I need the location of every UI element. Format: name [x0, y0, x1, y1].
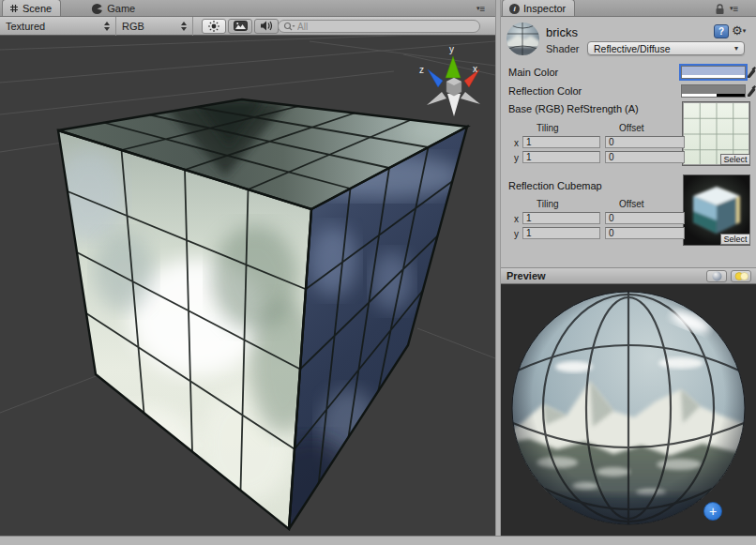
cubemap-offset-x-input[interactable]: [605, 212, 685, 224]
updown-arrows-icon: [104, 22, 110, 31]
tab-inspector[interactable]: i Inspector: [502, 0, 575, 16]
axis-neg-cone[interactable]: [461, 92, 480, 104]
scene-panel: Scene Game ▾≡ Textured RGB: [0, 0, 495, 536]
material-thumbnail[interactable]: [506, 22, 540, 56]
row-x-label: x: [514, 214, 519, 224]
shader-dropdown[interactable]: Reflective/Diffuse ▾: [587, 41, 745, 55]
window-bottom-strip: [0, 536, 756, 545]
offset-header: Offset: [619, 199, 644, 209]
axis-neg-cone[interactable]: [427, 92, 446, 105]
base-offset-x-input[interactable]: [605, 136, 685, 148]
reflective-cube[interactable]: [53, 98, 480, 535]
preview-light-button[interactable]: [731, 270, 751, 282]
draw-mode-dropdown[interactable]: Textured: [0, 17, 116, 36]
draw-mode-value: Textured: [6, 21, 98, 32]
inspector-panel: i Inspector ▾≡: [501, 0, 756, 536]
inspector-panel-menu-icon[interactable]: ▾≡: [730, 4, 738, 14]
tab-game-label: Game: [107, 3, 135, 14]
scene-canvas: y z x: [0, 36, 495, 536]
menu-lines-icon: ≡: [733, 4, 739, 14]
eyedropper-icon[interactable]: [747, 84, 756, 98]
preview-sphere-render: [501, 284, 756, 536]
plus-button[interactable]: +: [703, 502, 722, 521]
scene-toolbar: Textured RGB: [0, 17, 495, 36]
scene-search-field[interactable]: [278, 20, 480, 33]
preview-title: Preview: [507, 270, 546, 281]
main-color-label: Main Color: [508, 67, 558, 78]
inspector-tabbar: i Inspector ▾≡: [501, 0, 756, 17]
row-y-label: y: [514, 153, 519, 163]
cubemap-tiling-x-input[interactable]: [522, 212, 600, 224]
tab-inspector-label: Inspector: [523, 3, 566, 14]
grid-icon: [9, 4, 19, 13]
sun-icon: [207, 20, 220, 33]
gizmo-y-label: y: [449, 44, 454, 54]
base-select-button[interactable]: Select: [720, 154, 750, 165]
axis-neg-cone[interactable]: [447, 94, 461, 116]
gizmo-x-label: x: [473, 64, 477, 74]
offset-header: Offset: [619, 123, 644, 133]
unity-editor-window: Scene Game ▾≡ Textured RGB: [0, 0, 756, 545]
eyedropper-icon[interactable]: [747, 66, 756, 79]
sphere-icon: [712, 271, 722, 281]
material-name: bricks: [546, 25, 578, 39]
tab-game[interactable]: Game: [83, 0, 144, 16]
menu-lines-icon: ≡: [480, 4, 486, 14]
shader-label: Shader: [546, 43, 579, 54]
base-offset-y-input[interactable]: [605, 151, 685, 163]
base-tiling-x-input[interactable]: [522, 136, 600, 148]
updown-arrows-icon: [181, 22, 187, 31]
shader-value: Reflective/Diffuse: [594, 43, 671, 54]
lock-icon[interactable]: [715, 4, 725, 15]
preview-shape-button[interactable]: [706, 270, 727, 282]
audio-toggle-button[interactable]: [254, 19, 279, 34]
game-icon: [91, 3, 103, 15]
scene-orientation-gizmo[interactable]: y z x: [419, 44, 480, 116]
cubemap-offset-y-input[interactable]: [605, 227, 685, 239]
color-mode-value: RGB: [122, 21, 175, 32]
base-tiling-y-input[interactable]: [522, 151, 600, 163]
skybox-toggle-button[interactable]: [228, 19, 252, 34]
scene-viewport[interactable]: y z x: [0, 36, 495, 536]
tab-scene[interactable]: Scene: [2, 0, 61, 16]
row-x-label: x: [514, 138, 519, 148]
tab-scene-label: Scene: [23, 3, 52, 14]
info-icon: i: [509, 4, 520, 14]
search-icon: [283, 22, 295, 32]
color-mode-dropdown[interactable]: RGB: [116, 17, 193, 36]
chevron-down-icon: ▾: [734, 44, 738, 53]
axis-z-cone[interactable]: [428, 69, 443, 87]
lights-icon: [734, 271, 748, 281]
help-button[interactable]: ?: [714, 24, 729, 38]
lighting-toggle-button[interactable]: [202, 19, 226, 34]
row-y-label: y: [514, 229, 519, 239]
reflection-color-label: Reflection Color: [508, 85, 582, 97]
tiling-header: Tiling: [537, 123, 559, 133]
speaker-icon: [260, 20, 273, 32]
main-color-swatch[interactable]: [681, 66, 746, 79]
material-preview-area[interactable]: +: [501, 284, 756, 536]
cubemap-label: Reflection Cubemap: [508, 180, 602, 191]
cubemap-tiling-y-input[interactable]: [522, 227, 600, 239]
base-map-label: Base (RGB) RefStrength (A): [508, 103, 639, 114]
gear-icon[interactable]: ⚙▾: [732, 23, 746, 38]
tiling-header: Tiling: [537, 199, 559, 209]
scene-panel-menu-icon[interactable]: ▾≡: [476, 4, 485, 14]
image-icon: [234, 21, 248, 31]
cubemap-select-button[interactable]: Select: [720, 234, 750, 245]
search-input[interactable]: [297, 22, 457, 32]
gizmo-z-label: z: [419, 65, 424, 75]
scene-tabbar: Scene Game ▾≡: [0, 0, 495, 17]
render-toggle-group: [201, 19, 280, 34]
preview-header[interactable]: Preview: [501, 267, 756, 284]
reflection-color-swatch[interactable]: [681, 84, 746, 98]
